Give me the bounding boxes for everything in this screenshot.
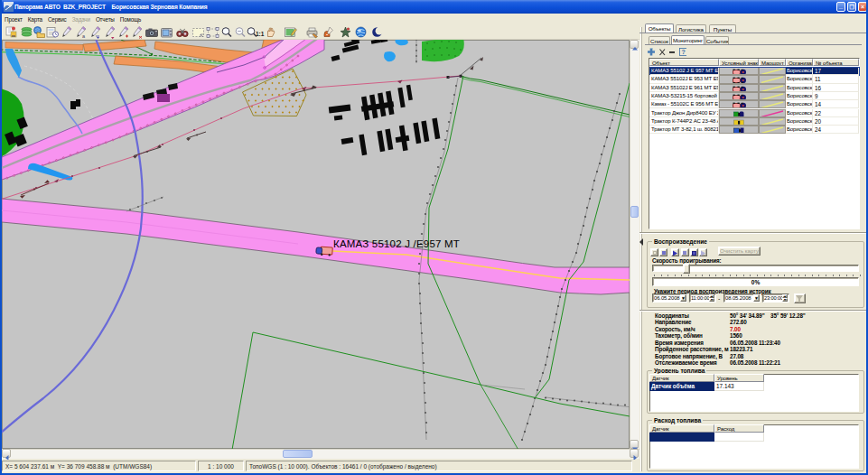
svg-text:?: ?	[682, 49, 686, 55]
svg-text:a: a	[82, 33, 86, 39]
svg-text:КАМАЗ 55102 J /Е957 МТ: КАМАЗ 55102 J /Е957 МТ	[333, 238, 460, 249]
svg-text:1:1: 1:1	[256, 31, 265, 37]
